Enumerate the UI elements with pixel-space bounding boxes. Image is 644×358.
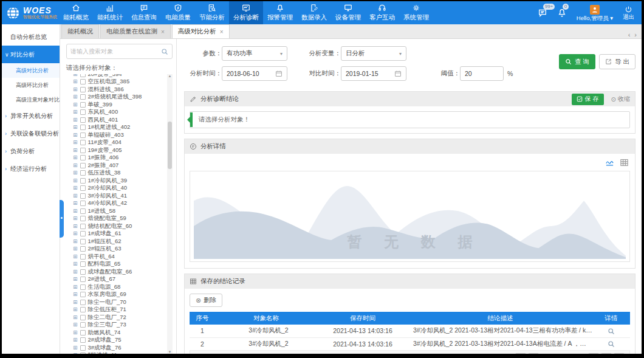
checkbox[interactable] (80, 292, 86, 297)
checkbox[interactable] (80, 284, 86, 290)
checkbox[interactable] (80, 239, 86, 244)
checkbox[interactable] (80, 125, 86, 130)
tree-item[interactable]: ⊞ 2#成球盘_75 (66, 337, 166, 345)
variable-select[interactable]: 日分析 ▾ (341, 46, 406, 61)
panel-collapse-handle[interactable] (60, 200, 64, 238)
tree-item[interactable]: ⊞ 西风机_401 (66, 116, 166, 124)
expand-icon[interactable]: ⊞ (73, 102, 78, 108)
scroll-up-icon[interactable]: ▲ (168, 74, 172, 78)
nav-customer-interaction[interactable]: 客户互动 (365, 1, 399, 24)
tab-energy-overview[interactable]: 能耗概况 (61, 24, 99, 38)
tabs-scroll-left-icon[interactable]: ‹ (628, 31, 631, 38)
tree-item[interactable]: ⊞ 2#振筛_407 (66, 162, 166, 170)
sidebar-sub-object-compare[interactable]: 高级注意对象对比 (2, 92, 60, 107)
table-row[interactable]: 2 3#冷却风机_2 2021-04-13 14:03:16 3#冷却风机_2 … (190, 337, 630, 350)
tree-item[interactable]: ⊞ 3#冷却风机_41 (66, 192, 166, 200)
checkbox[interactable] (80, 269, 86, 275)
last-page-button[interactable]: ▶ (601, 353, 612, 354)
nav-analysis-diagnosis[interactable]: 分析诊断 (229, 1, 263, 24)
checkbox[interactable] (80, 117, 86, 123)
checkbox[interactable] (80, 224, 86, 229)
param-select[interactable]: 有功功率 ▾ (222, 46, 287, 61)
checkbox[interactable] (80, 330, 86, 336)
tree-item[interactable]: ⊞ 2#冷却风机_40 (66, 185, 166, 193)
tree-item[interactable]: ⊞ 单辊破碎_403 (66, 131, 166, 139)
expand-icon[interactable]: ⊞ (73, 109, 78, 115)
tree-item[interactable]: ⊞ 低压进线_38 (66, 170, 166, 177)
table-view-icon[interactable] (620, 158, 629, 167)
sidebar-sub-chain-compare[interactable]: 高级环比分析 (2, 78, 60, 92)
checkbox[interactable] (80, 148, 86, 153)
expand-icon[interactable]: ⊞ (73, 170, 78, 176)
expand-icon[interactable]: ⊞ (73, 140, 78, 145)
collapse-button[interactable]: ⊙ 收缩 (611, 95, 630, 103)
nav-power-quality[interactable]: 电能质量 (161, 1, 195, 24)
tree-item[interactable]: ⊞ Ⅱ段进线_11 (66, 352, 166, 354)
expand-icon[interactable]: ⊞ (73, 133, 78, 138)
checkbox[interactable] (80, 102, 86, 108)
close-icon[interactable]: × (161, 29, 165, 35)
query-button[interactable]: 查 询 (559, 54, 595, 69)
tree-item[interactable]: ⊞ 配料电源_65 (66, 261, 166, 269)
expand-icon[interactable]: ⊞ (73, 125, 78, 130)
tab-advanced-compare[interactable]: 高级对比分析 × (172, 24, 230, 38)
tree-item[interactable]: ⊞ 1#机尾进线_402 (66, 124, 166, 132)
tree-item[interactable]: ⊞ 东风机_400 (66, 109, 166, 117)
messages-button[interactable]: 99+ (538, 8, 547, 18)
expand-icon[interactable]: ⊞ (73, 163, 78, 168)
tree-item[interactable]: ⊞ 除尘二电厂_72 (66, 314, 166, 322)
tree-item[interactable]: ⊞ 空压机电源_385 (66, 78, 166, 86)
expand-icon[interactable]: ⊞ (73, 185, 78, 191)
checkbox[interactable] (80, 261, 86, 267)
checkbox[interactable] (80, 345, 86, 351)
expand-icon[interactable]: ⊞ (73, 208, 78, 214)
checkbox[interactable] (80, 201, 86, 206)
tree-item[interactable]: ⊞ 2#进线_67 (66, 276, 166, 284)
checkbox[interactable] (80, 87, 86, 92)
checkbox[interactable] (80, 155, 86, 160)
sidebar-item-link-analysis[interactable]: › 关联设备联锁分析 (2, 125, 60, 142)
expand-icon[interactable]: ⊞ (73, 315, 78, 320)
page-number-input[interactable] (550, 354, 564, 354)
expand-icon[interactable]: ⊞ (73, 261, 78, 267)
checkbox[interactable] (80, 94, 86, 100)
expand-icon[interactable]: ⊞ (73, 337, 78, 343)
expand-icon[interactable]: ⊞ (73, 330, 78, 336)
checkbox[interactable] (80, 109, 86, 115)
expand-icon[interactable]: ⊞ (73, 155, 78, 160)
nav-energy-overview[interactable]: 能耗概览 (59, 1, 93, 24)
expand-icon[interactable]: ⊞ (73, 87, 78, 92)
sidebar-sub-advanced-compare[interactable]: 高级对比分析 (2, 63, 60, 78)
checkbox[interactable] (80, 185, 86, 191)
expand-icon[interactable]: ⊞ (73, 193, 78, 199)
tree-item[interactable]: ⊞ 成球盘配电室_66 (66, 268, 166, 276)
tree-item[interactable]: ⊞ 1#振筛_406 (66, 154, 166, 162)
expand-icon[interactable]: ⊞ (73, 231, 78, 236)
user-menu[interactable]: Hello,管理员 ▾ (577, 5, 613, 21)
tree-item[interactable]: ⊞ 1#成球盘_61 (66, 230, 166, 238)
tree-item[interactable]: ⊞ 1#辊压机_62 (66, 238, 166, 246)
expand-icon[interactable]: ⊞ (73, 216, 78, 221)
sidebar-item-load-analysis[interactable]: › 负荷分析 (2, 142, 60, 160)
checkbox[interactable] (80, 163, 86, 168)
expand-icon[interactable]: ⊞ (73, 117, 78, 123)
expand-icon[interactable]: ⊞ (73, 224, 78, 229)
expand-icon[interactable]: ⊞ (73, 178, 78, 184)
expand-icon[interactable]: ⊞ (73, 254, 78, 260)
tree-item[interactable]: ⊞ 3#成球盘_76 (66, 344, 166, 352)
expand-icon[interactable]: ⊞ (73, 239, 78, 244)
checkbox[interactable] (80, 322, 86, 328)
expand-icon[interactable]: ⊞ (73, 345, 78, 351)
tree-item[interactable]: ⊞ 除尘三电厂_73 (66, 322, 166, 329)
nav-info-query[interactable]: 信息查询 (127, 1, 161, 24)
sidebar-item-switch-analysis[interactable]: › 异常开关机分析 (2, 107, 60, 125)
expand-icon[interactable]: ⊞ (73, 292, 78, 297)
view-detail-icon[interactable] (608, 340, 615, 348)
tree-item[interactable]: ⊞ 2#焙烧机尾进线_398 (66, 94, 166, 102)
sidebar-item-economic-analysis[interactable]: › 经济运行分析 (2, 160, 60, 177)
save-button[interactable]: 保 存 (572, 94, 604, 105)
checkbox[interactable] (80, 353, 86, 354)
expand-icon[interactable]: ⊞ (73, 300, 78, 305)
expand-icon[interactable]: ⊞ (73, 94, 78, 100)
line-chart-view-icon[interactable] (605, 158, 614, 167)
